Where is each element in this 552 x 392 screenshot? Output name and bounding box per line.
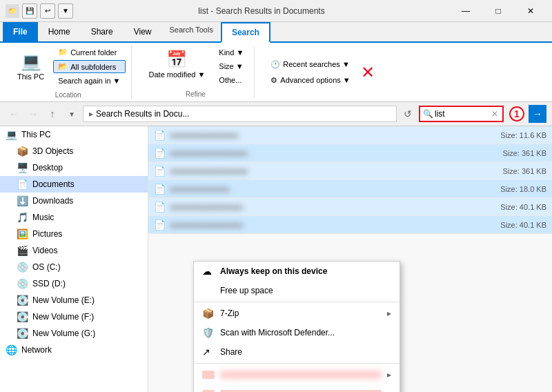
file-item[interactable]: 📄 ■■■■■■■■■■■■■■■■ Size: 40.1 KB [148, 216, 552, 234]
sidebar-item-pictures[interactable]: 🖼️ Pictures [0, 226, 148, 242]
search-clear-button[interactable]: ✕ [490, 109, 500, 119]
tab-home[interactable]: Home [38, 22, 81, 43]
quick-dropdown-btn[interactable]: ▼ [58, 3, 73, 19]
close-button[interactable]: ✕ [515, 0, 546, 22]
vol-e-icon: 💽 [17, 295, 28, 306]
file-doc-icon: 📄 [154, 148, 166, 159]
chevron-right-icon: ▸ [387, 370, 391, 380]
address-path[interactable]: ▸ Search Results in Docu... [83, 106, 397, 122]
date-modified-button[interactable]: 📅 Date modified ▼ [143, 46, 212, 86]
sidebar-item-videos[interactable]: 🎬 Videos [0, 242, 148, 259]
tab-file[interactable]: File [3, 22, 38, 43]
sidebar-item-music[interactable]: 🎵 Music [0, 209, 148, 226]
ribbon-tabs: File Home Share View Search Tools Search [0, 22, 552, 43]
quick-save-btn[interactable]: 💾 [22, 3, 37, 19]
file-item[interactable]: 📄 ■■■■■■■■■■■■■ Size: 18.0 KB [148, 180, 552, 198]
pc-icon: 💻 [21, 52, 41, 71]
ribbon-content: 💻 This PC 📁 Current folder 📂 All subfold… [0, 43, 552, 102]
quick-undo-btn[interactable]: ↩ [40, 3, 55, 19]
current-folder-button[interactable]: 📁 Current folder [53, 46, 125, 59]
tab-search[interactable]: Search [221, 22, 270, 43]
search-again-button[interactable]: Search again in ▼ [53, 75, 125, 87]
this-pc-button[interactable]: 💻 This PC [11, 48, 50, 84]
up-button[interactable]: ↑ [44, 106, 61, 122]
ctx-blurred-2[interactable]: ▸ [194, 384, 400, 392]
recent-searches-button[interactable]: 🕐 Recent searches ▼ [266, 58, 355, 71]
advanced-options-button[interactable]: ⚙ Advanced options ▼ [266, 74, 355, 87]
recent-button[interactable]: ▼ [63, 106, 80, 122]
sidebar-item-vol-f[interactable]: 💽 New Volume (F:) [0, 308, 148, 325]
tab-share[interactable]: Share [81, 22, 124, 43]
breadcrumb-text: Search Results in Docu... [96, 109, 189, 119]
sidebar-item-documents[interactable]: 📄 Documents [0, 176, 148, 193]
downloads-icon: ⬇️ [17, 195, 28, 206]
sidebar-item-vol-e[interactable]: 💽 New Volume (E:) [0, 292, 148, 308]
tab-view[interactable]: View [124, 22, 162, 43]
kind-label: Kind ▼ [219, 48, 244, 57]
file-item[interactable]: 📄 ■■■■■■■■■■■■■■■■ Size: 40.1 KB [148, 198, 552, 216]
advanced-options-label: Advanced options ▼ [280, 76, 350, 84]
subfolder-icon: 📂 [58, 62, 68, 71]
other-button[interactable]: Othe... [214, 74, 248, 86]
chevron-right-icon: ▸ [387, 389, 391, 392]
sidebar-item-ssd[interactable]: 💿 SSD (D:) [0, 275, 148, 292]
window-controls: — □ ✕ [450, 0, 546, 22]
minimize-button[interactable]: — [450, 0, 482, 22]
desktop-icon: 🖥️ [17, 162, 28, 173]
ctx-defender[interactable]: 🛡️ Scan with Microsoft Defender... [194, 323, 400, 342]
file-size: Size: 18.0 KB [491, 185, 546, 193]
sidebar-item-vol-g[interactable]: 💽 New Volume (G:) [0, 325, 148, 342]
sidebar-item-downloads[interactable]: ⬇️ Downloads [0, 193, 148, 209]
file-item[interactable]: 📄 ■■■■■■■■■■■■■■■ Size: 11.6 KB [148, 126, 552, 144]
other-label: Othe... [219, 76, 241, 84]
sidebar-item-c-drive[interactable]: 💿 OS (C:) [0, 259, 148, 275]
breadcrumb-arrow: ▸ [89, 109, 93, 119]
file-doc-icon: 📄 [154, 219, 166, 231]
badge-1: 1 [509, 106, 524, 121]
chevron-right-icon: ▸ [387, 308, 391, 318]
maximize-button[interactable]: □ [482, 0, 514, 22]
ribbon-group-options: 🕐 Recent searches ▼ ⚙ Advanced options ▼… [260, 58, 382, 87]
ctx-blurred-1[interactable]: ▸ [194, 365, 400, 384]
cloud-icon: ☁ [202, 266, 215, 277]
ctx-share[interactable]: ↗ Share [194, 342, 400, 362]
options-icon: ⚙ [270, 76, 277, 85]
ctx-separator-2 [194, 363, 400, 364]
file-item[interactable]: 📄 ■■■■■■■■■■■■■■■■■ Size: 361 KB [148, 144, 552, 162]
search-icon: 🔍 [423, 109, 433, 119]
search-go-button[interactable]: → [529, 105, 546, 123]
ctx-7zip[interactable]: 📦 7-Zip ▸ [194, 304, 400, 323]
refresh-button[interactable]: ↺ [400, 106, 416, 122]
close-search-button[interactable]: ✕ [358, 60, 377, 85]
tab-search-tools[interactable]: Search Tools [162, 22, 221, 43]
file-size: Size: 11.6 KB [491, 131, 546, 139]
sidebar-item-this-pc[interactable]: 💻 This PC [0, 126, 148, 143]
search-input[interactable] [435, 109, 490, 119]
all-subfolders-button[interactable]: 📂 All subfolders [53, 60, 125, 73]
back-button[interactable]: ← [6, 106, 22, 122]
ctx-separator [194, 302, 400, 302]
ctx-free-up[interactable]: Free up space [194, 281, 400, 300]
ribbon-group-location: 💻 This PC 📁 Current folder 📂 All subfold… [6, 46, 132, 99]
network-icon: 🌐 [6, 344, 17, 355]
search-again-label: Search again in ▼ [58, 77, 120, 85]
file-size: Size: 361 KB [491, 167, 546, 175]
search-box[interactable]: 🔍 ✕ [419, 106, 504, 122]
sidebar-item-3d-objects[interactable]: 📦 3D Objects [0, 143, 148, 159]
ssd-icon: 💿 [17, 278, 28, 289]
pc-icon: 💻 [6, 129, 17, 140]
main-content: 💻 This PC 📦 3D Objects 🖥️ Desktop 📄 Docu… [0, 126, 552, 392]
vol-f-icon: 💽 [17, 311, 28, 322]
file-size: Size: 40.1 KB [491, 203, 546, 211]
forward-button[interactable]: → [25, 106, 41, 122]
recent-searches-label: Recent searches ▼ [283, 60, 350, 68]
7zip-icon: 📦 [202, 308, 215, 319]
sidebar-item-desktop[interactable]: 🖥️ Desktop [0, 159, 148, 176]
ctx-always-keep[interactable]: ☁ Always keep on this device [194, 262, 400, 281]
kind-button[interactable]: Kind ▼ [214, 46, 248, 59]
size-label: Size ▼ [219, 62, 243, 70]
size-button[interactable]: Size ▼ [214, 60, 248, 72]
file-item[interactable]: 📄 ■■■■■■■■■■■■■■■■■ Size: 361 KB [148, 162, 552, 180]
sidebar-item-network[interactable]: 🌐 Network [0, 342, 148, 358]
address-bar: ← → ↑ ▼ ▸ Search Results in Docu... ↺ 🔍 … [0, 102, 552, 126]
